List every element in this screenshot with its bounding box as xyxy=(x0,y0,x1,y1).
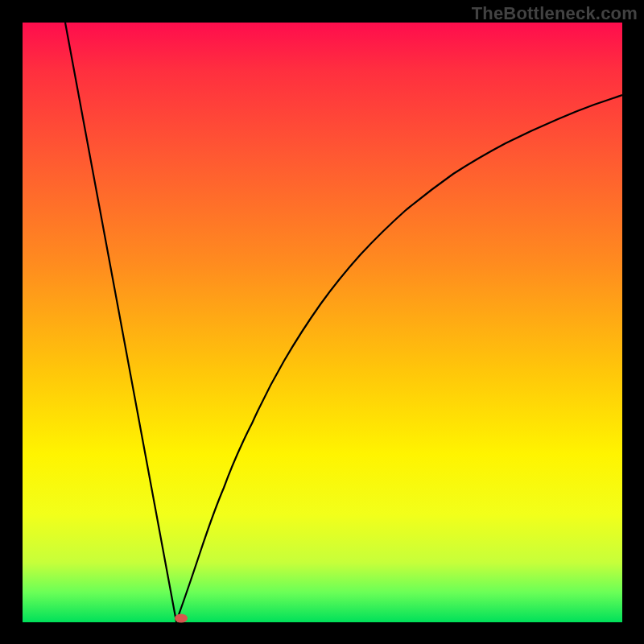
watermark-text: TheBottleneck.com xyxy=(472,3,638,24)
min-marker xyxy=(175,614,188,623)
curve-path xyxy=(65,23,622,621)
chart-frame: TheBottleneck.com xyxy=(0,0,644,644)
bottleneck-curve xyxy=(23,23,622,622)
plot-area xyxy=(23,23,622,622)
